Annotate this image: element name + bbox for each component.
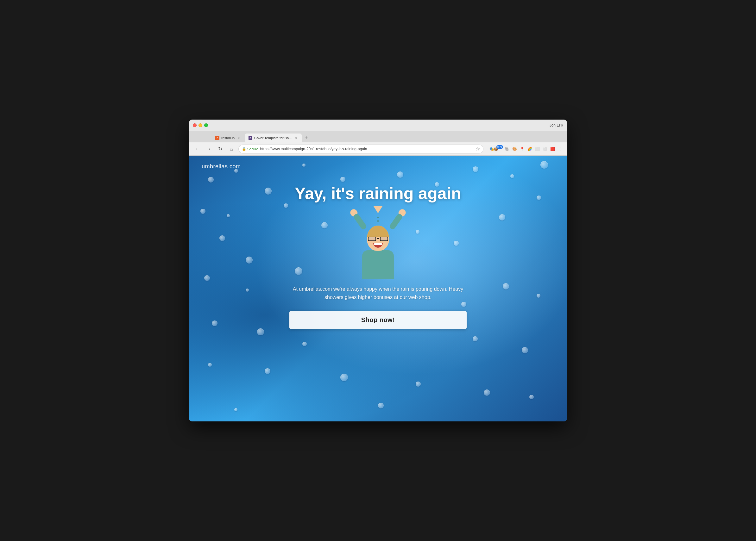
ext-icon-9[interactable]: 🟥: [549, 146, 556, 152]
forward-button[interactable]: →: [204, 145, 213, 154]
maximize-button[interactable]: [204, 123, 208, 127]
ext-icon-3[interactable]: 🐘: [504, 146, 510, 152]
reload-button[interactable]: ↻: [216, 145, 224, 154]
person-figure: [362, 206, 394, 279]
tab-close-bootstrap[interactable]: ×: [294, 136, 298, 140]
tab-favicon-restdb: r: [215, 136, 219, 140]
website-content: umbrellas.com Yay, it's raining again: [189, 156, 567, 421]
ext-icon-5[interactable]: 📍: [519, 146, 525, 152]
browser-window: Jon Erik r restdb.io × B Cover Template …: [189, 120, 567, 421]
tab-restdb[interactable]: r restdb.io ×: [211, 134, 245, 142]
ext-icon-7[interactable]: ⬜: [534, 146, 540, 152]
secure-indicator: 🔒 Secure: [242, 147, 258, 151]
tab-label-restdb: restdb.io: [221, 136, 235, 140]
back-button[interactable]: ←: [193, 145, 202, 154]
hero-description: At umbrellas.com we're always happy when…: [293, 285, 463, 301]
site-logo: umbrellas.com: [202, 163, 241, 170]
tab-favicon-bootstrap: B: [249, 136, 252, 140]
extensions-area: 🎭 📦0.71 🐘 🎨 📍 🌈 ⬜ ⚪ 🟥 ⋮: [488, 146, 563, 152]
ext-icon-4[interactable]: 🎨: [511, 146, 518, 152]
site-hero: Yay, it's raining again: [189, 178, 567, 329]
home-button[interactable]: ⌂: [227, 145, 236, 154]
hero-title: Yay, it's raining again: [295, 184, 461, 203]
site-navigation: umbrellas.com: [189, 156, 567, 178]
ext-icon-menu[interactable]: ⋮: [557, 146, 563, 152]
hero-person-image: [334, 209, 422, 279]
tab-close-restdb[interactable]: ×: [236, 136, 241, 140]
minimize-button[interactable]: [198, 123, 202, 127]
chrome-titlebar: Jon Erik: [189, 120, 567, 131]
ext-icon-6[interactable]: 🌈: [526, 146, 533, 152]
ext-icon-8[interactable]: ⚪: [542, 146, 548, 152]
user-name: Jon Erik: [550, 123, 563, 128]
close-button[interactable]: [193, 123, 197, 127]
bookmark-button[interactable]: ☆: [476, 146, 480, 152]
new-tab-button[interactable]: +: [302, 134, 311, 142]
address-bar[interactable]: 🔒 Secure https://www.multicampaign-20a1.…: [238, 145, 483, 154]
chrome-toolbar: ← → ↻ ⌂ 🔒 Secure https://www.multicampai…: [189, 142, 567, 156]
url-text: https://www.multicampaign-20a1.restdb.io…: [260, 147, 367, 151]
shop-now-button[interactable]: Shop now!: [289, 311, 467, 329]
person-head: [367, 226, 389, 251]
traffic-lights: [193, 123, 208, 127]
ext-icon-2[interactable]: 📦0.71: [496, 146, 502, 152]
tab-bootstrap[interactable]: B Cover Template for Bootstrap ×: [245, 134, 302, 142]
tabs-bar: r restdb.io × B Cover Template for Boots…: [189, 131, 567, 142]
tab-label-bootstrap: Cover Template for Bootstrap: [254, 136, 292, 140]
